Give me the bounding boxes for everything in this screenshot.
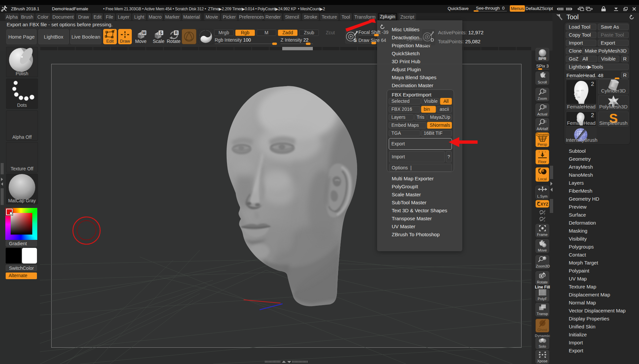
svg-text:M: M (142, 31, 146, 35)
svg-text:y: y (544, 212, 545, 215)
svg-text:x1: x1 (544, 106, 546, 108)
svg-text:S: S (159, 31, 162, 35)
svg-text:z: z (544, 219, 545, 222)
svg-text:×: × (538, 150, 540, 153)
svg-text:×: × (544, 150, 546, 153)
svg-text:R: R (175, 31, 178, 35)
svg-text:XYZ: XYZ (540, 202, 548, 207)
svg-text:D: D (431, 37, 434, 43)
svg-text:S: S (353, 37, 357, 43)
